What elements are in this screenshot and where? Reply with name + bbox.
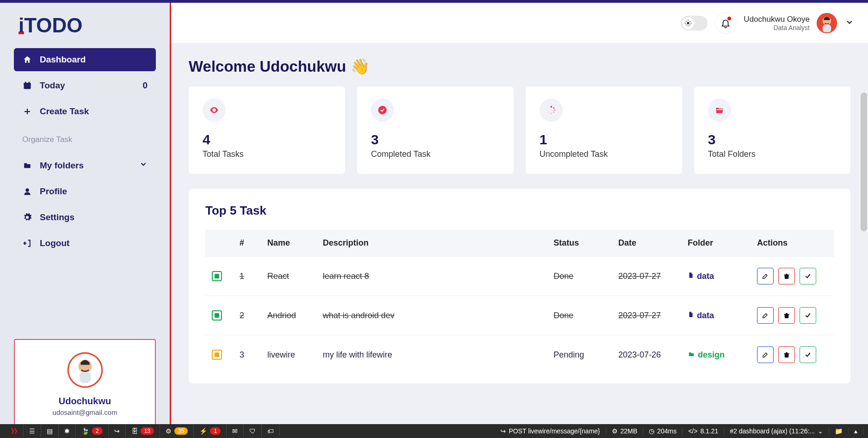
sidebar-item-label: Logout (40, 238, 69, 248)
home-icon (22, 55, 32, 64)
sidebar-item-create-task[interactable]: Create Task (14, 100, 156, 123)
main: Udochukwu Okoye Data Analyst Welcome Udo… (171, 3, 868, 438)
check-circle-icon (371, 99, 394, 122)
sidebar-item-logout[interactable]: Logout (14, 232, 156, 255)
panel-title: Top 5 Task (205, 204, 834, 218)
scrollbar[interactable] (861, 93, 867, 231)
col-folder: Folder (681, 230, 751, 257)
svg-rect-3 (24, 83, 31, 85)
edit-button[interactable] (757, 307, 774, 324)
route-icon[interactable]: ↪ (109, 424, 126, 438)
task-date: 2023-07-27 (612, 257, 681, 296)
session-icon[interactable]: 🏷 (262, 424, 280, 438)
stat-label: Uncompleted Task (540, 149, 668, 159)
models-icon[interactable]: ⚙ 35 (160, 424, 194, 438)
gate-icon[interactable]: 🛡 (244, 424, 262, 438)
stat-value: 1 (540, 132, 668, 148)
exceptions-icon[interactable]: ✱ (59, 424, 76, 438)
sidebar-item-label: Create Task (40, 106, 89, 117)
queries-icon[interactable]: 🗄 13 (126, 424, 160, 438)
col-status: Status (547, 230, 612, 257)
notifications-button[interactable] (715, 12, 736, 34)
sidebar-item-label: Today (40, 80, 65, 91)
debug-memory[interactable]: ⚙ 22MB (606, 427, 644, 435)
complete-button[interactable] (800, 346, 816, 363)
task-folder[interactable]: data (681, 257, 751, 296)
notification-dot (727, 17, 731, 20)
debug-folder-icon[interactable]: 📁 (829, 427, 849, 435)
edit-button[interactable] (757, 268, 774, 284)
task-name: Andriod (261, 296, 316, 335)
debugbar[interactable]: ☰ ▤ ✱ 🍃 2 ↪ 🗄 13 ⚙ 35 ⚡ 1 ✉ 🛡 🏷 ↪ POST l… (0, 424, 868, 438)
header-user-name: Udochukwu Okoye (744, 15, 810, 24)
task-status: Done (547, 296, 612, 335)
views-icon[interactable]: 🍃 2 (76, 424, 109, 438)
stat-label: Completed Task (371, 149, 499, 159)
sidebar-item-my-folders[interactable]: My folders (14, 154, 156, 177)
plus-icon (22, 107, 32, 116)
avatar[interactable] (816, 12, 837, 34)
folder-open-icon (708, 99, 731, 122)
folder-icon (688, 271, 694, 281)
complete-button[interactable] (800, 268, 816, 284)
task-checkbox[interactable] (212, 271, 222, 281)
debug-current[interactable]: #2 dashboard (ajax) (11:26:... ⌄ (724, 427, 829, 435)
user-card-email: udosaint@gmail.com (24, 408, 146, 416)
task-status: Done (547, 257, 612, 296)
task-date: 2023-07-26 (612, 335, 681, 375)
debug-time[interactable]: ◷ 204ms (643, 427, 683, 435)
col-actions: Actions (751, 230, 834, 257)
header-user-role: Data Analyst (744, 24, 810, 31)
svg-rect-4 (25, 82, 26, 84)
livewire-icon[interactable]: ⚡ 1 (194, 424, 227, 438)
delete-button[interactable] (778, 307, 795, 324)
task-folder[interactable]: data (681, 296, 751, 335)
svg-point-22 (547, 110, 548, 110)
task-checkbox[interactable] (212, 310, 222, 321)
sidebar-item-dashboard[interactable]: Dashboard (14, 48, 156, 71)
sidebar-item-settings[interactable]: Settings (14, 206, 156, 229)
calendar-icon (22, 81, 32, 90)
col-hash: # (233, 230, 261, 257)
edit-button[interactable] (757, 346, 774, 363)
sidebar-item-label: My folders (40, 160, 84, 171)
delete-button[interactable] (778, 346, 795, 363)
gear-icon (22, 213, 32, 222)
folder-icon (688, 350, 695, 359)
table-row: 1Reactlearn react 8Done2023-07-27data (205, 257, 834, 296)
header: Udochukwu Okoye Data Analyst (171, 3, 868, 43)
stats-row: 4 Total Tasks 3 Completed Task 1 Uncompl… (189, 86, 850, 174)
user-card: Udochukwu udosaint@gmail.com (14, 339, 156, 429)
chevron-down-icon: ⌄ (818, 427, 823, 435)
sidebar: iTODO Dashboard Today 0 Creat (0, 3, 171, 438)
sidebar-section-label: Organize Task (0, 126, 170, 154)
timeline-icon[interactable]: ▤ (41, 424, 59, 438)
task-folder[interactable]: design (681, 335, 751, 375)
mail-icon[interactable]: ✉ (227, 424, 244, 438)
delete-button[interactable] (778, 268, 795, 284)
task-index: 1 (233, 257, 261, 296)
laravel-icon[interactable] (5, 424, 24, 438)
sidebar-item-label: Dashboard (40, 55, 86, 65)
complete-button[interactable] (800, 307, 816, 324)
brand-logo: iTODO (0, 3, 170, 48)
task-name: React (261, 257, 316, 296)
stat-card-completed: 3 Completed Task (357, 86, 513, 174)
debug-php[interactable]: </> 8.1.21 (683, 427, 724, 435)
top-tasks-panel: Top 5 Task # Name Description Status Dat… (189, 189, 850, 383)
debug-up-icon[interactable]: ▴ (849, 427, 863, 435)
logout-icon (22, 239, 32, 248)
task-index: 3 (233, 335, 261, 375)
stat-card-total-tasks: 4 Total Tasks (189, 86, 345, 174)
sidebar-item-profile[interactable]: Profile (14, 180, 156, 203)
table-row: 3livewiremy life with lifewirePending202… (205, 335, 834, 375)
task-checkbox[interactable] (212, 350, 222, 360)
stat-value: 4 (203, 132, 331, 148)
stat-label: Total Tasks (203, 149, 331, 159)
user-menu-toggle[interactable] (845, 18, 854, 29)
sidebar-item-today[interactable]: Today 0 (14, 74, 156, 97)
theme-toggle[interactable] (681, 16, 708, 31)
messages-icon[interactable]: ☰ (24, 424, 41, 438)
debug-route[interactable]: ↪ POST livewire/message/{name} (495, 427, 606, 435)
col-name: Name (261, 230, 316, 257)
